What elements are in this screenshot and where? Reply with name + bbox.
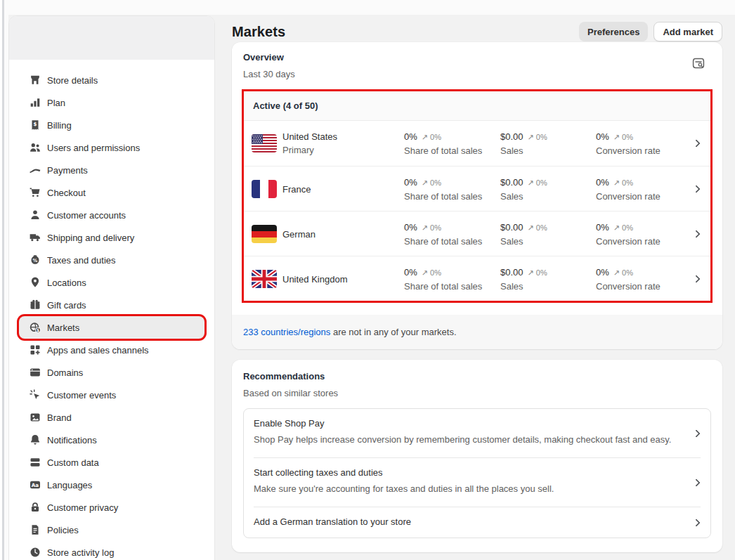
sidebar-item-store-activity-log[interactable]: Store activity log <box>19 541 204 560</box>
market-name-block: United Kingdom <box>282 273 348 284</box>
conversion-rate-stat: 0%↗ 0% Conversion rate <box>596 221 691 246</box>
conversion-rate-stat: 0%↗ 0% Conversion rate <box>596 131 691 156</box>
users-icon <box>29 141 41 154</box>
sidebar-item-markets[interactable]: $Markets <box>19 316 204 339</box>
sidebar-item-domains[interactable]: Domains <box>19 361 204 384</box>
market-row-france[interactable]: France 0%↗ 0% Share of total sales $0.00… <box>244 166 710 211</box>
sidebar-item-payments[interactable]: Payments <box>19 159 204 181</box>
overview-title: Overview <box>243 52 711 63</box>
recommendation-description: Make sure you're accounting for taxes an… <box>254 482 682 496</box>
overview-footer: 233 countries/regions are not in any of … <box>232 315 722 349</box>
sidebar-item-label: Brand <box>47 412 72 423</box>
sidebar-item-label: Customer accounts <box>47 210 126 221</box>
sidebar-item-label: Payments <box>47 165 88 176</box>
preferences-button[interactable]: Preferences <box>579 22 648 41</box>
report-search-icon[interactable] <box>691 56 705 70</box>
store-activity-icon <box>29 546 41 559</box>
chevron-right-icon[interactable] <box>692 139 700 147</box>
market-row-united-kingdom[interactable]: United Kingdom 0%↗ 0% Share of total sal… <box>244 256 710 301</box>
sidebar-item-customer-privacy[interactable]: Customer privacy <box>19 496 204 519</box>
customer-events-icon <box>29 389 41 401</box>
recommendation-list: Enable Shop PayShop Pay helps increase c… <box>243 408 711 538</box>
svg-text:$: $ <box>37 328 39 332</box>
markets-icon: $ <box>29 321 41 334</box>
market-subtitle: Primary <box>282 145 337 155</box>
market-row-united-states[interactable]: United States Primary 0%↗ 0% Share of to… <box>244 121 710 166</box>
chevron-right-icon[interactable] <box>692 230 700 237</box>
chevron-right-icon[interactable] <box>692 429 700 437</box>
chevron-right-icon[interactable] <box>692 519 700 526</box>
customer-accounts-icon <box>29 209 41 221</box>
sidebar-item-label: Users and permissions <box>47 143 140 153</box>
chevron-right-icon[interactable] <box>692 185 700 193</box>
plan-icon <box>29 96 41 109</box>
recommendation-item-add-a-german-translation-to-your-store[interactable]: Add a German translation to your store <box>244 507 710 538</box>
gift-cards-icon <box>29 299 41 311</box>
flag-icon-de <box>252 225 277 243</box>
domains-icon <box>29 366 41 379</box>
sidebar-item-label: Shipping and delivery <box>47 233 134 243</box>
sidebar-item-custom-data[interactable]: Custom data <box>19 451 204 474</box>
sidebar-item-label: Store details <box>47 75 98 86</box>
sidebar-item-policies[interactable]: Policies <box>19 519 204 541</box>
sidebar-item-locations[interactable]: Locations <box>19 271 204 294</box>
chevron-right-icon[interactable] <box>692 275 700 282</box>
flag-icon-uk <box>252 270 277 288</box>
sidebar-item-label: Customer privacy <box>47 502 118 513</box>
sidebar-item-customer-accounts[interactable]: Customer accounts <box>19 204 204 226</box>
market-name: United States <box>282 131 337 142</box>
apps-icon <box>29 344 41 356</box>
sidebar-item-languages[interactable]: AaLanguages <box>19 474 204 496</box>
sales-stat: $0.00↗ 0% Sales <box>500 176 595 201</box>
customer-privacy-icon <box>29 501 41 514</box>
recommendation-item-start-collecting-taxes-and-duties[interactable]: Start collecting taxes and dutiesMake su… <box>244 458 710 507</box>
recommendation-item-enable-shop-pay[interactable]: Enable Shop PayShop Pay helps increase c… <box>244 409 710 457</box>
overview-card: Overview Last 30 days Active (4 of 50) U… <box>232 42 722 349</box>
sidebar-item-apps-and-sales-channels[interactable]: Apps and sales channels <box>19 339 204 361</box>
sidebar-item-users-and-permissions[interactable]: Users and permissions <box>19 136 204 159</box>
countries-regions-link[interactable]: 233 countries/regions <box>243 327 330 337</box>
svg-text:$: $ <box>33 121 37 127</box>
store-header-placeholder <box>9 16 214 60</box>
sidebar-item-label: Custom data <box>47 457 99 468</box>
svg-text:Aa: Aa <box>32 482 39 488</box>
countries-regions-text: are not in any of your markets. <box>330 327 456 337</box>
sidebar-item-checkout[interactable]: Checkout <box>19 181 204 204</box>
market-row-german[interactable]: German 0%↗ 0% Share of total sales $0.00… <box>244 211 710 256</box>
annotation-active-section: Active (4 of 50) United States Primary 0… <box>242 89 713 303</box>
sidebar-item-label: Customer events <box>47 390 116 401</box>
sidebar-item-label: Markets <box>47 323 79 333</box>
share-of-total-sales-stat: 0%↗ 0% Share of total sales <box>404 176 499 201</box>
sidebar-item-customer-events[interactable]: Customer events <box>19 384 204 406</box>
market-name-block: France <box>282 183 311 194</box>
market-name: United Kingdom <box>282 273 348 284</box>
shipping-icon <box>29 231 41 244</box>
sidebar-item-gift-cards[interactable]: Gift cards <box>19 294 204 316</box>
sidebar-item-brand[interactable]: Brand <box>19 406 204 429</box>
sidebar-item-list: Store detailsPlan$BillingUsers and permi… <box>9 60 214 560</box>
settings-sidebar: Store detailsPlan$BillingUsers and permi… <box>8 15 215 560</box>
flag-icon-fr <box>252 180 277 198</box>
overview-card-header: Overview Last 30 days <box>232 42 722 88</box>
window-left-edge <box>0 0 8 560</box>
market-name-block: United States Primary <box>282 131 337 155</box>
sidebar-item-shipping-and-delivery[interactable]: Shipping and delivery <box>19 226 204 249</box>
recommendation-title: Enable Shop Pay <box>254 418 682 429</box>
add-market-button[interactable]: Add market <box>653 22 722 41</box>
sidebar-item-notifications[interactable]: Notifications <box>19 429 204 451</box>
overview-subtitle: Last 30 days <box>243 69 711 79</box>
sales-stat: $0.00↗ 0% Sales <box>500 131 595 156</box>
page-title: Markets <box>232 24 285 40</box>
share-of-total-sales-stat: 0%↗ 0% Share of total sales <box>404 221 499 246</box>
recommendation-title: Start collecting taxes and duties <box>254 467 682 478</box>
chevron-right-icon[interactable] <box>692 478 700 486</box>
sidebar-item-billing[interactable]: $Billing <box>19 114 204 136</box>
sidebar-item-label: Languages <box>47 480 92 490</box>
store-icon <box>29 74 41 86</box>
sidebar-item-store-details[interactable]: Store details <box>19 69 204 91</box>
recommendation-description: Shop Pay helps increase conversion by re… <box>254 433 682 447</box>
payments-icon <box>29 164 41 176</box>
recommendation-title: Add a German translation to your store <box>254 516 682 527</box>
sidebar-item-plan[interactable]: Plan <box>19 91 204 114</box>
sidebar-item-taxes-and-duties[interactable]: %Taxes and duties <box>19 249 204 271</box>
